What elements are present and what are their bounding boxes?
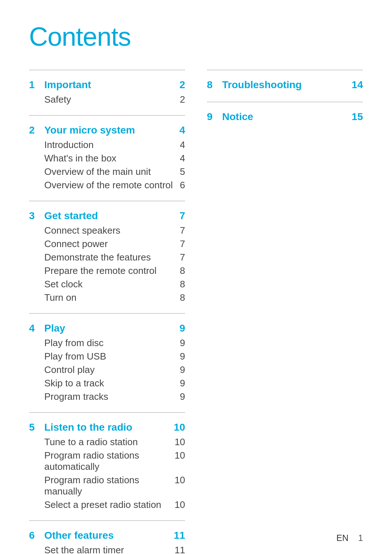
toc-item-page: 9 <box>174 351 185 362</box>
toc-item: Demonstrate the features7 <box>29 251 185 264</box>
toc-section-3: 3Get started7Connect speakers7Connect po… <box>29 201 185 313</box>
toc-item-page: 9 <box>174 391 185 402</box>
section-title-5: Listen to the radio <box>44 422 174 433</box>
section-header-6: 6Other features11 <box>29 530 185 541</box>
toc-item: Program tracks9 <box>29 390 185 403</box>
toc-item: Introduction4 <box>29 138 185 152</box>
toc-item-label: Introduction <box>44 139 174 151</box>
section-header-3: 3Get started7 <box>29 210 185 222</box>
section-page-8: 14 <box>352 79 363 91</box>
toc-item: Play from disc9 <box>29 336 185 350</box>
toc-section-1: 1Important2Safety2 <box>29 70 185 115</box>
toc-item: Overview of the main unit5 <box>29 165 185 178</box>
toc-item-page: 10 <box>174 450 185 461</box>
section-number-2: 2 <box>29 124 40 136</box>
toc-item-label: Play from USB <box>44 351 174 362</box>
toc-item: Control play9 <box>29 363 185 377</box>
toc-item-page: 8 <box>174 279 185 290</box>
toc-item: Set the alarm timer11 <box>29 543 185 554</box>
footer-page-number: 1 <box>358 533 363 543</box>
toc-item: Connect power7 <box>29 237 185 251</box>
toc-item-label: Control play <box>44 364 174 376</box>
toc-item-label: Demonstrate the features <box>44 252 174 263</box>
toc-item-page: 10 <box>174 436 185 448</box>
toc-section-4: 4Play9Play from disc9Play from USB9Contr… <box>29 313 185 412</box>
toc-item-page: 10 <box>174 499 185 510</box>
section-title-1: Important <box>44 79 174 91</box>
toc-item-page: 9 <box>174 337 185 349</box>
toc-item-label: Safety <box>44 94 174 105</box>
section-page-9: 15 <box>352 111 363 123</box>
toc-item-label: Tune to a radio station <box>44 436 174 448</box>
page-footer: EN 1 <box>336 533 363 543</box>
toc-item-page: 7 <box>174 252 185 263</box>
toc-item-label: Select a preset radio station <box>44 499 174 510</box>
toc-section-5: 5Listen to the radio10Tune to a radio st… <box>29 412 185 520</box>
left-column: 1Important2Safety22Your micro system4Int… <box>29 70 185 554</box>
toc-item-page: 8 <box>174 292 185 303</box>
section-title-2: Your micro system <box>44 124 174 136</box>
toc-section-2: 2Your micro system4Introduction4What's i… <box>29 115 185 201</box>
toc-item: What's in the box4 <box>29 152 185 165</box>
toc-item-label: Turn on <box>44 292 174 303</box>
section-header-9: 9Notice15 <box>207 111 363 123</box>
toc-item-label: Program radio stations automatically <box>44 450 174 472</box>
section-number-9: 9 <box>207 111 218 123</box>
toc-item: Program radio stations manually10 <box>29 473 185 498</box>
toc-item: Prepare the remote control8 <box>29 264 185 278</box>
section-header-2: 2Your micro system4 <box>29 124 185 136</box>
section-page-4: 9 <box>174 323 185 334</box>
toc-item-page: 7 <box>174 238 185 250</box>
section-header-8: 8Troubleshooting14 <box>207 79 363 91</box>
toc-item-label: Connect speakers <box>44 225 174 236</box>
toc-item-label: Play from disc <box>44 337 174 349</box>
toc-item-label: Connect power <box>44 238 174 250</box>
toc-item: Skip to a track9 <box>29 377 185 390</box>
toc-item-page: 4 <box>174 153 185 164</box>
toc-item: Turn on8 <box>29 291 185 304</box>
section-header-1: 1Important2 <box>29 79 185 91</box>
section-number-6: 6 <box>29 530 40 541</box>
toc-item-page: 9 <box>174 364 185 376</box>
section-number-3: 3 <box>29 210 40 222</box>
section-page-3: 7 <box>174 210 185 222</box>
section-page-2: 4 <box>174 124 185 136</box>
section-header-5: 5Listen to the radio10 <box>29 422 185 433</box>
toc-item-page: 10 <box>174 475 185 486</box>
section-page-6: 11 <box>174 530 185 541</box>
toc-section-6: 6Other features11Set the alarm timer11Se… <box>29 520 185 554</box>
toc-item-page: 4 <box>174 139 185 151</box>
section-number-5: 5 <box>29 422 40 433</box>
section-number-4: 4 <box>29 323 40 334</box>
toc-item-page: 11 <box>174 545 185 554</box>
toc-item-label: Overview of the main unit <box>44 166 174 177</box>
toc-item: Safety2 <box>29 93 185 106</box>
toc-item-label: Set clock <box>44 279 174 290</box>
section-title-9: Notice <box>222 111 352 123</box>
toc-item-label: Program radio stations manually <box>44 475 174 497</box>
toc-item-label: Overview of the remote control <box>44 180 174 191</box>
toc-item-label: Program tracks <box>44 391 174 402</box>
section-title-6: Other features <box>44 530 174 541</box>
page-title: Contents <box>29 22 363 52</box>
toc-item: Set clock8 <box>29 278 185 291</box>
toc-item-page: 9 <box>174 378 185 389</box>
right-column: 8Troubleshooting149Notice15 <box>207 70 363 554</box>
section-number-1: 1 <box>29 79 40 91</box>
toc-item-page: 6 <box>174 180 185 191</box>
footer-language: EN <box>336 533 348 543</box>
toc-section-8: 8Troubleshooting14 <box>207 70 363 102</box>
toc-item: Program radio stations automatically10 <box>29 449 185 473</box>
section-title-8: Troubleshooting <box>222 79 352 91</box>
toc-item-label: Skip to a track <box>44 378 174 389</box>
section-page-1: 2 <box>174 79 185 91</box>
toc-item-page: 8 <box>174 265 185 276</box>
section-page-5: 10 <box>174 422 185 433</box>
toc-item-page: 2 <box>174 94 185 105</box>
section-number-8: 8 <box>207 79 218 91</box>
toc-item: Tune to a radio station10 <box>29 435 185 449</box>
toc-item: Play from USB9 <box>29 350 185 363</box>
section-header-4: 4Play9 <box>29 323 185 334</box>
toc-item: Select a preset radio station10 <box>29 498 185 512</box>
toc-item-page: 5 <box>174 166 185 177</box>
